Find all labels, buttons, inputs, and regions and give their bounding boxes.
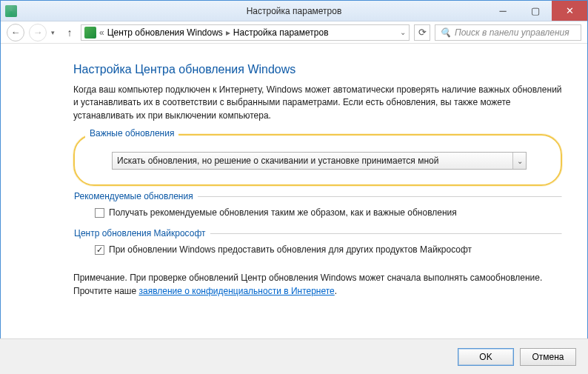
group-microsoft-update: Центр обновления Майкрософт ✓ При обновл… bbox=[73, 233, 562, 263]
arrow-up-icon: ↑ bbox=[67, 27, 73, 39]
checkbox-label: При обновлении Windows предоставить обно… bbox=[109, 244, 472, 255]
recommended-checkbox-row: Получать рекомендуемые обновления таким … bbox=[95, 207, 561, 218]
privacy-link[interactable]: заявление о конфиденциальности в Интерне… bbox=[138, 286, 334, 296]
ok-button[interactable]: OK bbox=[458, 348, 514, 366]
group-important-updates: Важные обновления Искать обновления, но … bbox=[73, 134, 562, 186]
important-select-row: Искать обновления, но решение о скачиван… bbox=[112, 152, 544, 170]
address-bar[interactable]: « Центр обновления Windows ▸ Настройка п… bbox=[81, 24, 410, 41]
location-icon bbox=[84, 27, 96, 39]
refresh-button[interactable]: ⟳ bbox=[414, 24, 430, 41]
group-legend: Рекомендуемые обновления bbox=[74, 191, 198, 201]
breadcrumb-item[interactable]: Настройка параметров bbox=[233, 27, 329, 38]
group-legend: Центр обновления Майкрософт bbox=[74, 228, 210, 238]
up-button[interactable]: ↑ bbox=[63, 26, 76, 39]
chevron-down-icon: ⌄ bbox=[512, 153, 526, 169]
page-heading: Настройка Центра обновления Windows bbox=[73, 63, 562, 76]
address-dropdown-icon[interactable]: ⌄ bbox=[400, 28, 406, 36]
ms-update-checkbox-row: ✓ При обновлении Windows предоставить об… bbox=[95, 244, 561, 255]
important-update-select[interactable]: Искать обновления, но решение о скачиван… bbox=[112, 152, 527, 170]
close-button[interactable]: ✕ bbox=[552, 1, 587, 21]
checkbox-label: Получать рекомендуемые обновления таким … bbox=[109, 207, 457, 218]
arrow-left-icon: ← bbox=[11, 27, 21, 38]
breadcrumb-item[interactable]: Центр обновления Windows bbox=[107, 27, 223, 38]
group-legend: Важные обновления bbox=[85, 128, 178, 138]
search-placeholder: Поиск в панели управления bbox=[455, 27, 569, 38]
back-button[interactable]: ← bbox=[7, 24, 24, 41]
content-area: Настройка Центра обновления Windows Когд… bbox=[1, 44, 587, 338]
minimize-button[interactable]: ─ bbox=[487, 1, 519, 21]
nav-bar: ← → ▾ ↑ « Центр обновления Windows ▸ Нас… bbox=[1, 21, 587, 44]
window-controls: ─ ▢ ✕ bbox=[487, 1, 587, 21]
title-bar: Настройка параметров ─ ▢ ✕ bbox=[1, 1, 587, 21]
chevron-right-icon: ▸ bbox=[226, 27, 230, 38]
forward-button[interactable]: → bbox=[29, 24, 47, 41]
note-suffix: . bbox=[335, 286, 337, 296]
footer: OK Отмена bbox=[0, 338, 588, 374]
search-input[interactable]: 🔍 Поиск в панели управления bbox=[435, 24, 581, 41]
select-value: Искать обновления, но решение о скачиван… bbox=[117, 156, 438, 166]
privacy-note: Примечание. При проверке обновлений Цент… bbox=[73, 272, 562, 298]
recommended-checkbox[interactable] bbox=[95, 208, 104, 218]
arrow-right-icon: → bbox=[33, 27, 43, 38]
group-recommended-updates: Рекомендуемые обновления Получать рекоме… bbox=[73, 196, 562, 226]
page-intro: Когда ваш компьютер подключен к Интернет… bbox=[73, 84, 562, 122]
cancel-button[interactable]: Отмена bbox=[520, 348, 576, 366]
app-icon bbox=[5, 5, 17, 17]
refresh-icon: ⟳ bbox=[418, 27, 427, 38]
history-dropdown[interactable]: ▾ bbox=[51, 29, 59, 36]
breadcrumb-prefix: « bbox=[99, 27, 104, 38]
search-icon: 🔍 bbox=[440, 27, 451, 38]
maximize-button[interactable]: ▢ bbox=[519, 1, 552, 21]
ms-update-checkbox[interactable]: ✓ bbox=[95, 245, 104, 255]
